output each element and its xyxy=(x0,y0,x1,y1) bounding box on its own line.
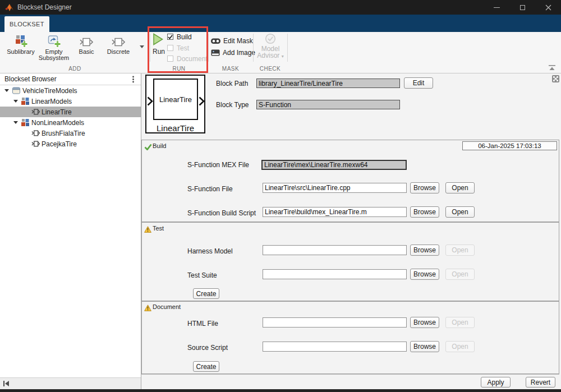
test-create-button[interactable]: Create xyxy=(193,288,219,299)
block-preview: LinearTire LinearTire xyxy=(145,75,205,133)
discrete-label: Discrete xyxy=(107,49,130,55)
test-suite-label: Test Suite xyxy=(187,271,217,279)
edit-mask-button[interactable]: Edit Mask xyxy=(211,37,253,45)
titlebar: Blockset Designer xyxy=(0,0,561,15)
block-caption: LinearTire xyxy=(146,123,204,133)
tree-item-label: NonLinearModels xyxy=(31,119,84,127)
build-script-browse-button[interactable]: Browse xyxy=(410,206,439,218)
source-script-field[interactable] xyxy=(263,342,407,352)
minimize-button[interactable] xyxy=(484,0,509,15)
sfunction-file-field[interactable]: LinearTire\src\LinearTire.cpp xyxy=(263,183,407,193)
check-section-label: CHECK xyxy=(253,65,287,72)
close-button[interactable] xyxy=(535,0,561,15)
run-button-label[interactable]: Run xyxy=(149,48,168,56)
build-section-title: Build xyxy=(153,142,166,149)
empty-subsystem-label: Empty Subsystem xyxy=(37,49,71,61)
build-script-open-button[interactable]: Open xyxy=(445,206,475,218)
tree-item-lineartire-selected[interactable]: LinearTire xyxy=(0,107,141,117)
close-icon xyxy=(545,4,551,11)
build-checkbox[interactable] xyxy=(167,34,173,40)
sublibrary-icon xyxy=(14,33,27,48)
add-image-icon xyxy=(211,49,220,56)
document-create-button[interactable]: Create xyxy=(193,361,219,372)
collapse-ribbon-button[interactable] xyxy=(548,63,556,73)
source-script-browse-button[interactable]: Browse xyxy=(410,341,439,352)
basic-button[interactable]: Basic xyxy=(72,33,101,55)
harness-model-browse-button[interactable]: Browse xyxy=(410,245,439,256)
html-file-field[interactable] xyxy=(263,317,407,328)
discrete-button[interactable]: Discrete xyxy=(102,33,135,55)
tree-item-pacejkatire[interactable]: PacejkaTire xyxy=(0,139,141,149)
sfunction-file-open-button[interactable]: Open xyxy=(445,182,475,193)
window-controls xyxy=(484,0,561,15)
tree-expand-icon[interactable] xyxy=(13,100,18,103)
browser-menu-icon[interactable] xyxy=(132,75,134,85)
add-gallery-caret-icon[interactable] xyxy=(140,45,144,48)
tree-item-nonlinearmodels[interactable]: NonLinearModels xyxy=(0,117,141,128)
build-script-label: S-Function Build Script xyxy=(187,209,256,217)
document-warning-icon xyxy=(144,303,151,313)
minimize-icon xyxy=(494,7,500,8)
run-button[interactable] xyxy=(153,33,163,48)
harness-model-field[interactable] xyxy=(263,245,407,255)
model-advisor-icon xyxy=(265,33,276,44)
harness-model-label: Harness Model xyxy=(187,247,233,255)
window-bottom-border xyxy=(0,389,561,392)
sublibrary-icon xyxy=(21,119,29,126)
tab-blockset[interactable]: BLOCKSET xyxy=(4,16,49,32)
library-icon xyxy=(12,87,20,94)
tree-item-label: VehicleTireModels xyxy=(22,87,77,95)
browser-title: Blockset Browser xyxy=(4,75,57,83)
section-separator xyxy=(287,34,288,62)
maximize-button[interactable] xyxy=(509,0,535,15)
maximize-icon xyxy=(520,5,525,10)
block-icon xyxy=(31,130,40,136)
app-logo-icon xyxy=(5,4,13,11)
main-panel: LinearTire LinearTire Block Path library… xyxy=(141,73,561,389)
mex-file-field[interactable]: LinearTire\mex\LinearTire.mexw64 xyxy=(261,160,407,170)
skip-to-start-icon[interactable] xyxy=(3,380,10,387)
block-type-field: S-Function xyxy=(256,100,400,109)
test-suite-open-button: Open xyxy=(445,269,475,280)
tree-item-linearmodels[interactable]: LinearModels xyxy=(0,96,141,107)
build-checkbox-row[interactable]: Build xyxy=(167,33,192,41)
browser-scroll-strip[interactable] xyxy=(0,377,141,389)
document-section: Document HTML File Browse Open Source Sc… xyxy=(141,301,559,374)
html-file-label: HTML File xyxy=(187,320,218,328)
edit-block-path-button[interactable]: Edit xyxy=(404,77,433,89)
footer-bar: Apply Revert xyxy=(141,374,559,389)
tree-item-label: LinearModels xyxy=(31,98,72,105)
edit-mask-label: Edit Mask xyxy=(223,37,253,45)
tree-expand-icon[interactable] xyxy=(4,89,9,92)
tree-item-vehicletiremodels[interactable]: VehicleTireModels xyxy=(0,85,141,96)
empty-subsystem-icon xyxy=(47,33,61,48)
sfunction-file-label: S-Function File xyxy=(187,185,233,193)
sublibrary-button[interactable]: Sublibrary xyxy=(3,33,38,55)
build-script-field[interactable]: LinearTire\build\mex_LinearTire.m xyxy=(263,207,407,217)
source-script-open-button: Open xyxy=(445,341,475,352)
revert-button[interactable]: Revert xyxy=(526,377,555,388)
test-suite-field[interactable] xyxy=(263,269,407,279)
blockset-browser-panel: Blockset Browser VehicleTireModels xyxy=(0,73,141,389)
test-warning-icon xyxy=(144,225,151,235)
test-section: Test Harness Model Browse Open Test Suit… xyxy=(141,222,559,301)
html-file-browse-button[interactable]: Browse xyxy=(410,317,439,328)
basic-label: Basic xyxy=(79,49,94,55)
block-icon xyxy=(31,109,40,115)
test-suite-browse-button[interactable]: Browse xyxy=(410,269,439,280)
expand-arrows-icon xyxy=(552,75,559,82)
basic-block-icon xyxy=(79,33,94,48)
tree-item-label: BrushFialaTire xyxy=(42,130,85,137)
expand-panel-button[interactable] xyxy=(552,75,559,85)
apply-button[interactable]: Apply xyxy=(481,377,511,388)
add-image-button[interactable]: Add Image xyxy=(211,49,255,57)
sfunction-file-browse-button[interactable]: Browse xyxy=(410,182,439,193)
tree-item-brushfialatire[interactable]: BrushFialaTire xyxy=(0,128,141,139)
tree-expand-icon[interactable] xyxy=(13,121,18,124)
empty-subsystem-button[interactable]: Empty Subsystem xyxy=(37,33,71,61)
model-advisor-caret-icon: ▾ xyxy=(282,54,284,59)
window-title: Blockset Designer xyxy=(17,3,72,11)
build-timestamp: 06-Jan-2025 17:03:13 xyxy=(462,141,557,150)
block-body: LinearTire xyxy=(153,79,198,120)
collapse-ribbon-icon xyxy=(548,64,556,71)
